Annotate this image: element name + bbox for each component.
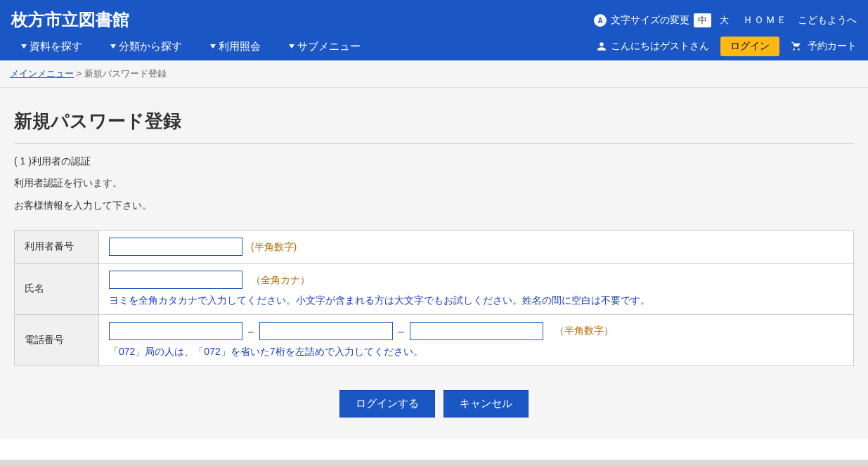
tel-sep-2: – <box>399 325 404 337</box>
font-size-label: 文字サイズの変更 <box>611 14 689 27</box>
chevron-down-icon <box>110 44 116 48</box>
nav-item-search-material[interactable]: 資料を探す <box>21 40 82 53</box>
breadcrumb-sep: > <box>74 68 84 79</box>
tel-hint: （半角数字） <box>555 325 614 337</box>
user-no-input[interactable] <box>109 238 242 256</box>
label-user-no: 利用者番号 <box>15 230 99 263</box>
header: 枚方市立図書館 A 文字サイズの変更 中 大 ＨＯＭＥ こどもようへ 資料を探す… <box>0 0 868 60</box>
instruction-2: お客様情報を入力して下さい。 <box>14 198 854 214</box>
font-size-icon: A <box>594 14 607 27</box>
site-title[interactable]: 枚方市立図書館 <box>11 4 129 37</box>
chevron-down-icon <box>21 44 27 48</box>
tel-input-3[interactable] <box>410 322 543 340</box>
main-nav: 資料を探す 分類から探す 利用照会 サブメニュー <box>11 40 361 53</box>
nav-item-usage-inquiry[interactable]: 利用照会 <box>210 40 261 53</box>
main-content: 新規パスワード登録 ( 1 )利用者の認証 利用者認証を行います。 お客様情報を… <box>0 88 868 439</box>
tel-sep-1: – <box>248 325 254 337</box>
breadcrumb-current: 新規パスワード登録 <box>84 68 167 79</box>
submit-login-button[interactable]: ログインする <box>339 390 435 418</box>
login-button[interactable]: ログイン <box>720 37 779 56</box>
person-icon <box>597 41 607 51</box>
nav-label: 資料を探す <box>30 40 82 53</box>
breadcrumb: メインメニュー > 新規パスワード登録 <box>0 60 868 88</box>
breadcrumb-main-menu[interactable]: メインメニュー <box>10 68 74 79</box>
nav-label: 分類から探す <box>119 40 182 53</box>
button-row: ログインする キャンセル <box>14 390 854 418</box>
kids-link[interactable]: こどもようへ <box>798 14 857 27</box>
instruction-1: 利用者認証を行います。 <box>14 175 854 192</box>
name-note: ヨミを全角カタカナで入力してください。小文字が含まれる方は大文字でもお試しくださ… <box>109 295 843 307</box>
font-size-control: A 文字サイズの変更 中 大 <box>594 13 733 27</box>
name-hint: （全角カナ） <box>251 274 310 285</box>
tel-input-2[interactable] <box>259 322 393 340</box>
font-size-large-button[interactable]: 大 <box>715 13 733 27</box>
cancel-button[interactable]: キャンセル <box>443 390 529 418</box>
tel-input-1[interactable] <box>109 322 242 340</box>
back-to-top[interactable]: ＴＯＰ <box>0 460 868 466</box>
nav-label: 利用照会 <box>219 40 261 53</box>
page-title: 新規パスワード登録 <box>14 109 854 144</box>
cart-icon <box>791 40 802 53</box>
user-greeting: こんにちはゲストさん <box>597 40 709 53</box>
cart-label: 予約カート <box>808 40 857 53</box>
form-table: 利用者番号 (半角数字) 氏名 （全角カナ） ヨミを全角カタカナで入力してくださ… <box>14 230 854 366</box>
font-size-medium-button[interactable]: 中 <box>694 13 711 27</box>
nav-item-search-category[interactable]: 分類から探す <box>110 40 182 53</box>
nav-label: サブメニュー <box>297 40 361 53</box>
step-label: ( 1 )利用者の認証 <box>14 155 854 168</box>
chevron-down-icon <box>210 44 216 48</box>
name-input[interactable] <box>109 271 242 289</box>
user-no-hint: (半角数字) <box>251 241 297 252</box>
greeting-text: こんにちはゲストさん <box>611 40 709 53</box>
nav-item-submenu[interactable]: サブメニュー <box>289 40 361 53</box>
label-name: 氏名 <box>15 263 99 314</box>
label-tel: 電話番号 <box>15 314 99 365</box>
cart-link[interactable]: 予約カート <box>791 40 857 53</box>
tel-note: 「072」局の人は、「072」を省いた7桁を左詰めで入力してください。 <box>109 346 843 358</box>
home-link[interactable]: ＨＯＭＥ <box>743 14 788 27</box>
chevron-down-icon <box>289 44 294 48</box>
